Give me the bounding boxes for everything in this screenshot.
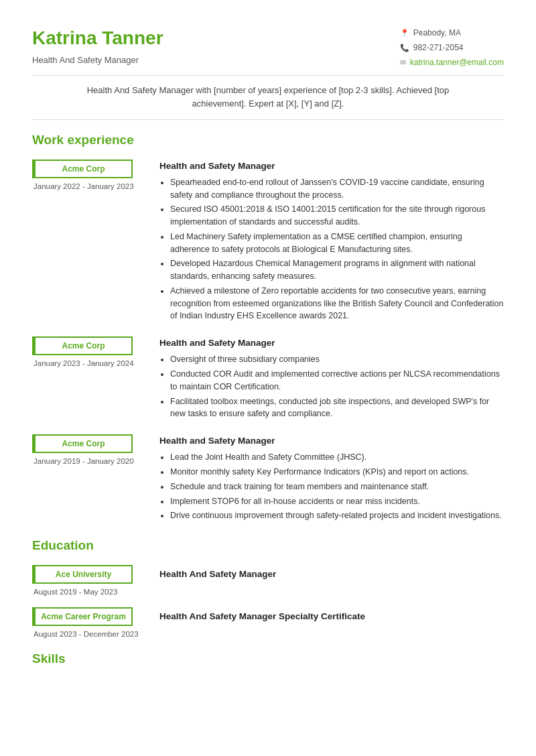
work-left-2: Acme Corp January 2023 - January 2024 bbox=[32, 336, 159, 422]
work-entry-3: Acme Corp January 2019 - January 2020 He… bbox=[32, 434, 504, 524]
work-right-3: Health and Safety Manager Lead the Joint… bbox=[159, 434, 504, 524]
summary-divider bbox=[32, 119, 504, 120]
bullet-3-3: Schedule and track training for team mem… bbox=[170, 481, 504, 493]
work-bullets-3: Lead the Joint Health and Safety Committ… bbox=[159, 451, 504, 522]
work-right-2: Health and Safety Manager Oversight of t… bbox=[159, 336, 504, 422]
date-range-1: January 2022 - January 2023 bbox=[34, 181, 134, 192]
location-icon: 📍 bbox=[400, 27, 409, 39]
bullet-2-3: Facilitated toolbox meetings, conducted … bbox=[170, 395, 504, 421]
education-title: Education bbox=[32, 536, 504, 556]
location-text: Peabody, MA bbox=[413, 27, 461, 39]
email-link[interactable]: katrina.tanner@email.com bbox=[410, 56, 504, 68]
work-role-3: Health and Safety Manager bbox=[159, 434, 504, 448]
company-badge-1: Acme Corp bbox=[32, 160, 133, 178]
edu-right-2: Health And Safety Manager Specialty Cert… bbox=[159, 607, 504, 640]
company-badge-2: Acme Corp bbox=[32, 336, 133, 355]
bullet-3-4: Implement STOP6 for all in-house acciden… bbox=[170, 495, 504, 508]
bullet-3-5: Drive continuous improvement through saf… bbox=[170, 509, 504, 522]
edu-degree-1: Health And Safety Manager bbox=[159, 568, 504, 581]
email-item: ✉ katrina.tanner@email.com bbox=[400, 56, 504, 68]
phone-icon: 📞 bbox=[400, 42, 409, 54]
work-left-1: Acme Corp January 2022 - January 2023 bbox=[32, 160, 159, 325]
work-left-3: Acme Corp January 2019 - January 2020 bbox=[32, 434, 159, 524]
header-right: 📍 Peabody, MA 📞 982-271-2054 ✉ katrina.t… bbox=[400, 27, 504, 68]
resume-container: Katrina Tanner Health And Safety Manager… bbox=[0, 0, 536, 705]
edu-left-1: Ace University August 2019 - May 2023 bbox=[32, 565, 159, 598]
candidate-name: Katrina Tanner bbox=[32, 24, 163, 52]
institution-badge-2: Acme Career Program bbox=[32, 607, 133, 626]
phone-text: 982-271-2054 bbox=[413, 42, 464, 54]
bullet-2-2: Conducted COR Audit and implemented corr… bbox=[170, 368, 504, 393]
phone-item: 📞 982-271-2054 bbox=[400, 42, 464, 54]
date-range-3: January 2019 - January 2020 bbox=[34, 456, 134, 467]
bullet-1-4: Developed Hazardous Chemical Management … bbox=[170, 257, 504, 283]
work-bullets-2: Oversight of three subsidiary companies … bbox=[159, 353, 504, 420]
work-bullets-1: Spearheaded end-to-end rollout of Jansse… bbox=[159, 176, 504, 322]
work-role-1: Health and Safety Manager bbox=[159, 160, 504, 173]
company-name-1: Acme Corp bbox=[62, 164, 105, 174]
institution-name-1: Ace University bbox=[56, 570, 111, 579]
edu-date-range-2: August 2023 - December 2023 bbox=[34, 629, 139, 640]
email-icon: ✉ bbox=[400, 57, 406, 68]
institution-name-2: Acme Career Program bbox=[41, 612, 126, 621]
bullet-3-1: Lead the Joint Health and Safety Committ… bbox=[170, 451, 504, 464]
bullet-1-1: Spearheaded end-to-end rollout of Jansse… bbox=[170, 176, 504, 202]
work-entry-1: Acme Corp January 2022 - January 2023 He… bbox=[32, 160, 504, 325]
date-range-2: January 2023 - January 2024 bbox=[34, 358, 134, 369]
bullet-3-2: Monitor monthly safety Key Performance I… bbox=[170, 466, 504, 479]
location-item: 📍 Peabody, MA bbox=[400, 27, 461, 39]
work-experience-title: Work experience bbox=[32, 131, 504, 150]
summary-text: Health And Safety Manager with [number o… bbox=[32, 84, 504, 110]
company-name-2: Acme Corp bbox=[62, 341, 105, 351]
institution-badge-1: Ace University bbox=[32, 565, 133, 584]
edu-entry-1: Ace University August 2019 - May 2023 He… bbox=[32, 565, 504, 598]
edu-left-2: Acme Career Program August 2023 - Decemb… bbox=[32, 607, 159, 640]
work-right-1: Health and Safety Manager Spearheaded en… bbox=[159, 160, 504, 325]
header-section: Katrina Tanner Health And Safety Manager… bbox=[32, 24, 504, 68]
edu-degree-2: Health And Safety Manager Specialty Cert… bbox=[159, 610, 504, 623]
header-divider bbox=[32, 75, 504, 76]
edu-right-1: Health And Safety Manager bbox=[159, 565, 504, 598]
header-left: Katrina Tanner Health And Safety Manager bbox=[32, 24, 163, 67]
candidate-title: Health And Safety Manager bbox=[32, 54, 163, 67]
bullet-2-1: Oversight of three subsidiary companies bbox=[170, 353, 504, 366]
work-entry-2: Acme Corp January 2023 - January 2024 He… bbox=[32, 336, 504, 422]
bullet-1-2: Secured ISO 45001:2018 & ISO 14001:2015 … bbox=[170, 203, 504, 229]
work-role-2: Health and Safety Manager bbox=[159, 336, 504, 350]
company-name-3: Acme Corp bbox=[62, 439, 105, 448]
skills-title: Skills bbox=[32, 649, 504, 669]
company-badge-3: Acme Corp bbox=[32, 434, 133, 453]
bullet-1-5: Achieved a milestone of Zero reportable … bbox=[170, 285, 504, 322]
edu-entry-2: Acme Career Program August 2023 - Decemb… bbox=[32, 607, 504, 640]
edu-date-range-1: August 2019 - May 2023 bbox=[34, 586, 117, 598]
bullet-1-3: Led Machinery Safety implementation as a… bbox=[170, 231, 504, 256]
